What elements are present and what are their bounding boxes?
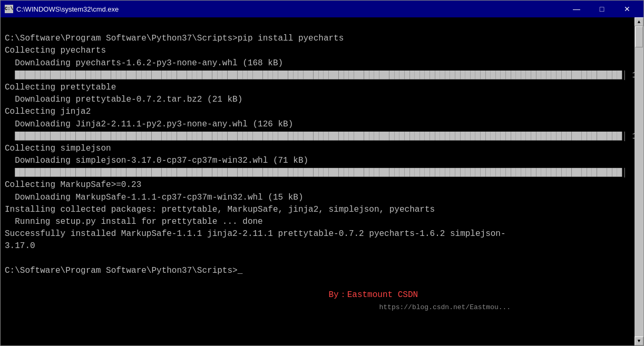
line-6: Downloading prettytable-0.7.2.tar.bz2 (2… <box>5 95 242 104</box>
progress-bar-1: ████████████████████████████████████████… <box>5 71 635 80</box>
scroll-thumb[interactable] <box>635 26 643 47</box>
scroll-up-button[interactable]: ▲ <box>635 17 643 26</box>
app-icon: C:\ <box>5 5 13 13</box>
line-7: Collecting jinja2 <box>5 107 91 116</box>
line-8: Downloading Jinja2-2.11.1-py2.py3-none-a… <box>5 120 293 129</box>
window-title: C:\WINDOWS\system32\cmd.exe <box>16 5 119 13</box>
line-16: Running setup.py install for prettytable… <box>5 217 263 226</box>
line-14: Downloading MarkupSafe-1.1.1-cp37-cp37m-… <box>5 193 304 202</box>
maximize-button[interactable]: □ <box>590 2 614 16</box>
close-button[interactable]: ✕ <box>615 2 639 16</box>
scroll-track[interactable] <box>635 26 643 337</box>
line-3: Downloading pyecharts-1.6.2-py3-none-any… <box>5 58 283 68</box>
line-5: Collecting prettytable <box>5 83 116 92</box>
scroll-down-button[interactable]: ▼ <box>635 337 643 345</box>
minimize-button[interactable]: — <box>564 2 589 16</box>
watermark-line: By：Eastmount CSDN <box>5 290 418 300</box>
line-1: C:\Software\Program Software\Python37\Sc… <box>5 34 344 43</box>
line-15: Installing collected packages: prettytab… <box>5 205 435 214</box>
cmd-window: C:\ C:\WINDOWS\system32\cmd.exe — □ ✕ C:… <box>0 0 644 346</box>
line-2: Collecting pyecharts <box>5 46 106 55</box>
line-10: Collecting simplejson <box>5 144 111 153</box>
content-area: C:\Software\Program Software\Python37\Sc… <box>1 17 643 345</box>
line-18: 3.17.0 <box>5 241 35 251</box>
window-controls: — □ ✕ <box>564 2 639 16</box>
title-bar: C:\ C:\WINDOWS\system32\cmd.exe — □ ✕ <box>1 1 643 17</box>
scrollbar[interactable]: ▲ ▼ <box>635 17 643 345</box>
url-text: https://blog.csdn.net/Eastmou... <box>379 303 511 311</box>
terminal-output[interactable]: C:\Software\Program Software\Python37\Sc… <box>1 17 635 345</box>
url-line: https://blog.csdn.net/Eastmou... <box>5 302 511 312</box>
line-17: Successfully installed MarkupSafe-1.1.1 … <box>5 229 506 239</box>
line-13: Collecting MarkupSafe>=0.23 <box>5 180 141 190</box>
progress-bar-3: ████████████████████████████████████████… <box>5 168 635 177</box>
progress-bar-2: ████████████████████████████████████████… <box>5 132 635 141</box>
title-bar-left: C:\ C:\WINDOWS\system32\cmd.exe <box>5 5 119 13</box>
line-11: Downloading simplejson-3.17.0-cp37-cp37m… <box>5 156 308 165</box>
line-20: C:\Software\Program Software\Python37\Sc… <box>5 266 242 275</box>
watermark-text: By：Eastmount CSDN <box>329 290 418 300</box>
